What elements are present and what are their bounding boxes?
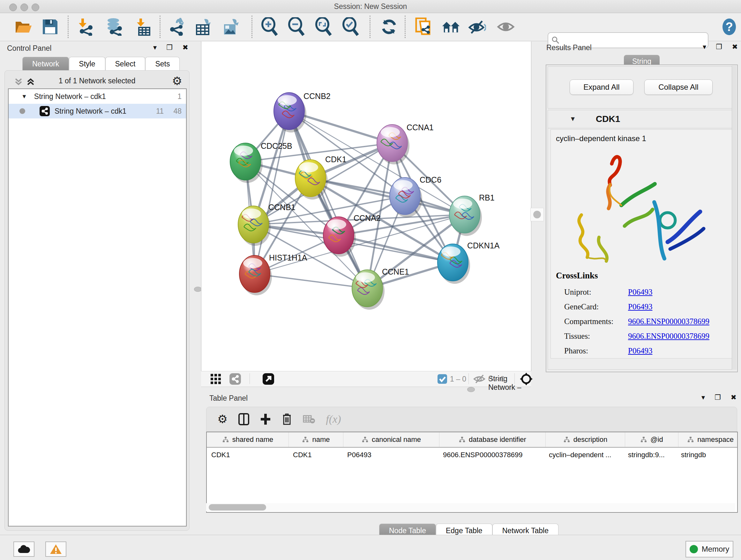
node-CCNE1[interactable] (352, 270, 385, 310)
hide-selected-button[interactable] (468, 17, 486, 36)
table-cell[interactable]: 9606.ENSP00000378699 (439, 448, 544, 462)
column-header-id[interactable]: @id (625, 432, 678, 447)
node-CCNB1[interactable] (238, 206, 271, 246)
node-HIST1H1A[interactable] (239, 255, 272, 295)
add-column-icon[interactable] (260, 413, 271, 425)
node-label-CDC25B: CDC25B (261, 141, 292, 150)
results-scrollbar[interactable] (732, 66, 737, 370)
delete-column-trash-icon[interactable] (282, 413, 292, 426)
apply-layout-button[interactable] (380, 17, 398, 36)
zoom-selected-button[interactable] (341, 17, 360, 36)
panel-menu-icon[interactable]: ▾ (701, 393, 705, 401)
fit-selected-button[interactable] (520, 373, 533, 385)
panel-float-icon[interactable]: ❐ (715, 393, 721, 401)
tab-style[interactable]: Style (69, 57, 105, 71)
column-header-name[interactable]: name (289, 432, 343, 447)
protein-section: ▼ CDK1 cyclin–dependent kinase 1 (548, 110, 735, 370)
show-columns-icon[interactable] (239, 413, 249, 425)
node-CDC6[interactable] (390, 178, 422, 217)
zoom-in-button[interactable] (260, 17, 279, 36)
network-row[interactable]: String Network – cdk1 11 48 (9, 104, 186, 118)
crosslink-link[interactable]: 9606.ENSP00000378699 (628, 332, 710, 341)
main-toolbar: ? (0, 13, 741, 41)
hidden-nodes-indicator[interactable]: 0 – 0 (473, 373, 504, 385)
zoom-fit-button[interactable] (314, 17, 333, 36)
zoom-out-button[interactable] (287, 17, 306, 36)
table-cell[interactable]: P06493 (343, 448, 439, 462)
panel-float-icon[interactable]: ❐ (716, 43, 722, 51)
node-CDC25B[interactable] (230, 143, 263, 183)
column-header-canonicalname[interactable]: canonical name (343, 432, 440, 447)
help-button[interactable]: ? (720, 17, 738, 36)
node-CCNA2[interactable] (323, 217, 356, 257)
panel-menu-icon[interactable]: ▾ (153, 44, 157, 52)
protein-header[interactable]: ▼ CDK1 (548, 110, 735, 128)
network-from-selection-button[interactable] (414, 17, 433, 36)
node-CDKN1A[interactable] (437, 244, 470, 284)
tab-sets[interactable]: Sets (145, 57, 180, 71)
protein-structure-image (562, 146, 712, 271)
horizontal-splitter-handle[interactable] (467, 387, 475, 392)
panel-close-icon[interactable]: ✖ (183, 44, 188, 52)
import-network-database-button[interactable] (105, 17, 123, 36)
network-canvas[interactable]: CCNB2CCNA1CDC25BCDK1CDC6RB1CCNB1CCNA2CDK… (201, 42, 531, 371)
node-RB1[interactable] (449, 196, 482, 236)
crosslink-label: Uniprot: (564, 288, 628, 297)
column-header-databaseidentifier[interactable]: database identifier (440, 432, 546, 447)
table-cell[interactable]: stringdb (677, 448, 738, 462)
table-hscrollbar-thumb[interactable] (209, 504, 266, 510)
first-neighbors-button[interactable] (442, 17, 460, 36)
table-row[interactable]: CDK1CDK1P064939606.ENSP00000378699cyclin… (207, 448, 737, 462)
export-table-button[interactable] (194, 17, 212, 36)
panel-close-icon[interactable]: ✖ (732, 43, 738, 51)
panel-float-icon[interactable]: ❐ (166, 44, 173, 52)
node-CDK1[interactable] (295, 160, 328, 199)
table-settings-gear-icon[interactable]: ⚙ (217, 413, 227, 426)
save-session-button[interactable] (41, 17, 59, 36)
crosslink-link[interactable]: P06493 (628, 288, 652, 297)
table-cell[interactable]: CDK1 (288, 448, 343, 462)
network-type-button[interactable] (229, 373, 241, 385)
node-table: shared namenamecanonical namedatabase id… (206, 432, 738, 513)
import-table-button[interactable] (134, 17, 152, 36)
memory-status-dot (690, 545, 698, 553)
panel-close-icon[interactable]: ✖ (731, 393, 737, 401)
table-cell[interactable]: stringdb:9... (623, 448, 677, 462)
panel-menu-icon[interactable]: ▾ (703, 43, 706, 51)
crosslink-link[interactable]: P06493 (628, 347, 652, 355)
export-network-button[interactable] (168, 17, 186, 36)
selected-nodes-indicator[interactable]: 1 – 0 (437, 373, 466, 385)
toolbar-separator (159, 16, 160, 38)
column-header-description[interactable]: description (546, 432, 625, 447)
table-header-row: shared namenamecanonical namedatabase id… (207, 432, 737, 448)
tab-network[interactable]: Network (22, 57, 69, 71)
crosslink-link[interactable]: 9606.ENSP00000378699 (628, 317, 710, 326)
network-collection-row[interactable]: ▼ String Network – cdk1 1 (9, 89, 186, 104)
birdseye-grid-button[interactable] (210, 373, 221, 385)
column-header-namespace[interactable]: namespace (678, 432, 738, 447)
tree-expand-icon[interactable]: ▼ (21, 93, 27, 100)
node-CCNA1[interactable] (377, 125, 409, 165)
toolbar-divider (468, 373, 469, 384)
tab-select[interactable]: Select (105, 57, 145, 71)
crosslink-link[interactable]: P06493 (628, 302, 652, 311)
show-all-button[interactable] (496, 17, 515, 36)
column-header-sharedname[interactable]: shared name (207, 432, 289, 447)
expand-all-button[interactable]: Expand All (569, 79, 633, 95)
node-CCNB2[interactable] (274, 92, 307, 132)
import-network-file-button[interactable] (77, 17, 95, 36)
collapse-triangle-icon[interactable]: ▼ (569, 115, 576, 123)
open-session-button[interactable] (14, 17, 32, 36)
table-hscrollbar[interactable] (206, 503, 735, 511)
memory-button[interactable]: Memory (685, 541, 733, 557)
table-cell[interactable]: cyclin–dependent ... (544, 448, 623, 462)
detach-view-button[interactable] (262, 373, 274, 385)
table-cell[interactable]: CDK1 (207, 448, 288, 462)
cloud-status-button[interactable] (13, 542, 35, 557)
export-image-button[interactable] (221, 17, 240, 36)
left-splitter-handle[interactable] (194, 287, 202, 292)
warning-status-button[interactable] (45, 542, 66, 557)
collapse-all-button[interactable]: Collapse All (644, 79, 713, 95)
right-splitter-handle[interactable] (530, 208, 544, 221)
network-options-gear-icon[interactable]: ⚙ (172, 74, 182, 88)
